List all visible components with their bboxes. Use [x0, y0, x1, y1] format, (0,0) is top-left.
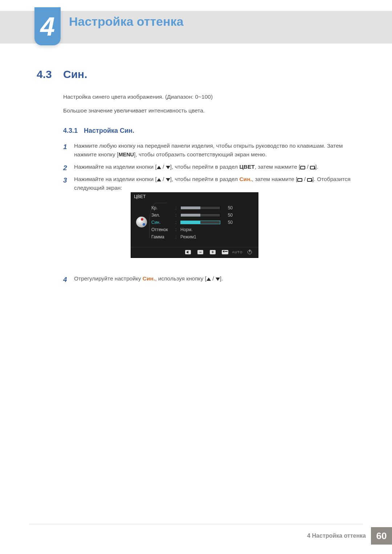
- colon-icon: :: [175, 205, 177, 210]
- osd-value-row: : 50: [175, 212, 253, 219]
- page-number: 60: [371, 527, 392, 545]
- osd-menu: ЦВЕТ Кр. Зел. Син. Оттенок Гамма : 50 : …: [131, 192, 258, 258]
- step-number: 3: [63, 175, 72, 185]
- triangle-down-icon: [166, 166, 170, 169]
- osd-label-red: Кр.: [151, 205, 171, 210]
- step-text: ], чтобы перейти в раздел: [170, 176, 240, 182]
- frame-enter-icon: [310, 166, 315, 169]
- osd-labels: Кр. Зел. Син. Оттенок Гамма: [151, 204, 173, 241]
- subsection-number: 4.3.1: [63, 127, 78, 134]
- step-text: Нажимайте на изделии кнопки [: [74, 164, 157, 170]
- section-number: 4.3: [37, 68, 52, 81]
- colon-icon: :: [175, 213, 177, 218]
- section-description-2: Большое значение увеличивает интенсивнос…: [63, 107, 205, 114]
- triangle-down-icon: [166, 178, 170, 181]
- value-blue: 50: [223, 220, 233, 225]
- back-icon: [185, 250, 191, 255]
- step-text: Отрегулируйте настройку: [74, 275, 143, 282]
- step-text: , затем нажмите [: [255, 164, 301, 170]
- keyword-blue: Син.: [143, 275, 155, 282]
- value-tint: Норм.: [180, 227, 193, 232]
- triangle-up-icon: [207, 278, 211, 281]
- step-number: 1: [63, 141, 72, 152]
- value-red: 50: [223, 205, 233, 210]
- frame-icon: [300, 166, 305, 169]
- palette-icon: [136, 217, 147, 227]
- subsection-title: Настройка Син.: [84, 127, 134, 134]
- step-number: 4: [63, 274, 72, 285]
- step-2: 2 Нажимайте на изделии кнопки [ / ], что…: [63, 163, 363, 171]
- value-green: 50: [223, 213, 233, 218]
- osd-value-row: : 50: [175, 219, 253, 226]
- colon-icon: :: [175, 227, 177, 232]
- footer-divider: [29, 524, 363, 524]
- plus-icon: +: [209, 250, 216, 255]
- colon-icon: :: [175, 220, 177, 225]
- osd-value-row: : Режим1: [175, 233, 253, 241]
- section-description-1: Настройка синего цвета изображения. (Диа…: [63, 94, 213, 100]
- keyword-color: ЦВЕТ: [239, 164, 254, 170]
- step-text: ].: [220, 275, 223, 282]
- minus-icon: −: [197, 250, 204, 255]
- page-footer: 4 Настройка оттенка 60: [307, 527, 392, 545]
- osd-label-gamma: Гамма: [151, 234, 171, 239]
- frame-enter-icon: [307, 178, 312, 182]
- chapter-title: Настройка оттенка: [69, 15, 183, 29]
- subsection-heading: 4.3.1 Настройка Син.: [63, 127, 134, 135]
- keyword-blue: Син.: [239, 176, 252, 182]
- step-text: ], чтобы отобразить соответствующий экра…: [134, 151, 267, 157]
- enter-icon: [222, 250, 228, 255]
- triangle-up-icon: [157, 178, 161, 181]
- step-4: 4 Отрегулируйте настройку Син., использу…: [63, 274, 363, 287]
- osd-value-row: : 50: [175, 204, 253, 212]
- step-text: Нажимайте на изделии кнопки [: [74, 176, 157, 182]
- triangle-up-icon: [157, 166, 161, 169]
- osd-label-tint: Оттенок: [151, 227, 171, 232]
- osd-value-row: : Норм.: [175, 226, 253, 233]
- chapter-badge: 4: [34, 7, 61, 45]
- section-title: Син.: [63, 68, 87, 81]
- step-text: , используя кнопку [: [155, 275, 207, 282]
- triangle-down-icon: [216, 278, 220, 281]
- chapter-number: 4: [40, 12, 55, 41]
- auto-label: AUTO: [234, 250, 241, 255]
- osd-label-blue: Син.: [151, 220, 171, 225]
- slider-red: [180, 206, 220, 210]
- osd-body: Кр. Зел. Син. Оттенок Гамма : 50 : 50 : …: [131, 201, 258, 247]
- colon-icon: :: [175, 234, 177, 239]
- osd-values: : 50 : 50 : 50 : Норм. : Режим1: [175, 204, 253, 241]
- osd-footer: − + AUTO: [131, 247, 258, 258]
- slider-blue: [180, 221, 220, 224]
- step-1: 1 Нажмите любую кнопку на передней панел…: [63, 141, 363, 159]
- osd-label-green: Зел.: [151, 213, 171, 218]
- slider-green: [180, 213, 220, 217]
- frame-icon: [297, 178, 302, 182]
- footer-chapter-label: 4 Настройка оттенка: [307, 533, 366, 539]
- step-text: , затем нажмите [: [252, 176, 298, 182]
- menu-keyword: MENU: [118, 152, 134, 157]
- step-3: 3 Нажимайте на изделии кнопки [ / ], что…: [63, 175, 363, 192]
- step-text: ], чтобы перейти в раздел: [170, 164, 240, 170]
- osd-title: ЦВЕТ: [131, 193, 258, 201]
- step-number: 2: [63, 163, 72, 173]
- steps-list: 1 Нажмите любую кнопку на передней панел…: [63, 141, 363, 196]
- value-gamma: Режим1: [180, 234, 196, 239]
- power-icon: [246, 250, 253, 255]
